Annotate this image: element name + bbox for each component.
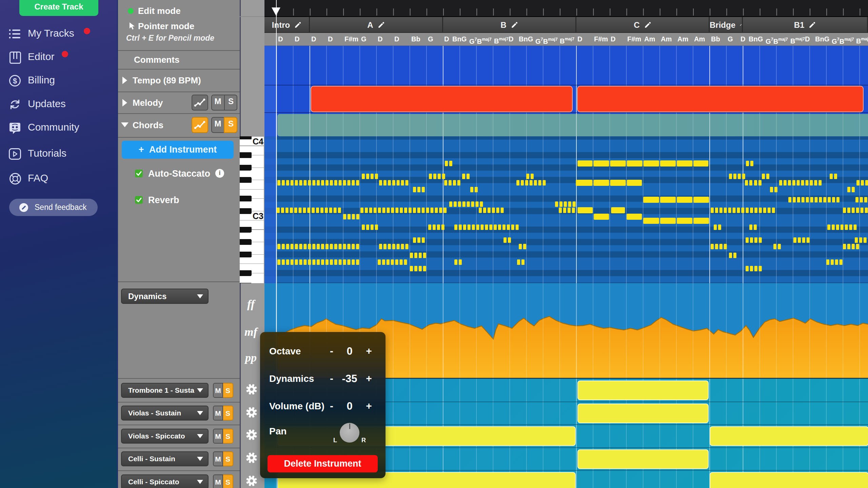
svg-text:C4: C4 <box>253 137 263 146</box>
svg-text:$: $ <box>13 77 17 85</box>
svg-text:C3: C3 <box>253 211 263 221</box>
